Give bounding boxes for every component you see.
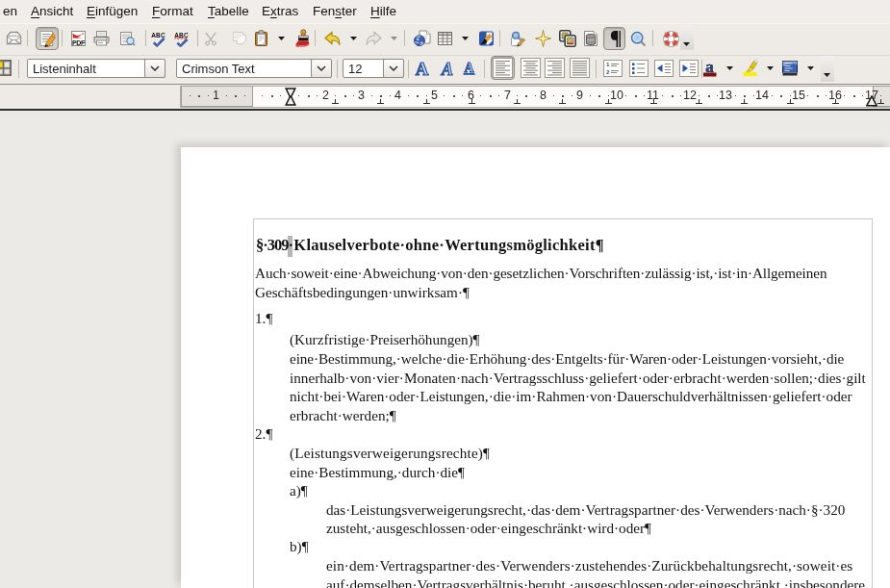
svg-text:PDF: PDF — [72, 39, 86, 46]
svg-text:ABC: ABC — [151, 32, 165, 38]
svg-text:A: A — [416, 59, 429, 77]
svg-text:A: A — [464, 61, 474, 75]
svg-text:A: A — [441, 60, 453, 78]
